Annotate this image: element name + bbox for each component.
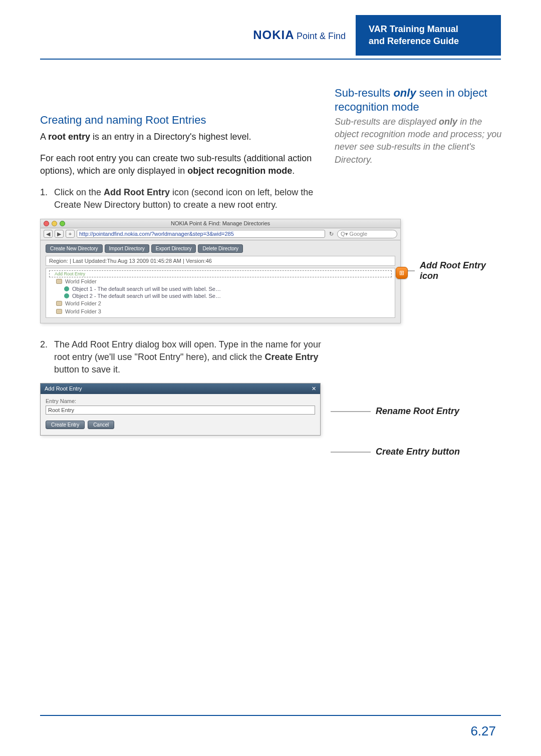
step-1-number: 1.: [40, 186, 54, 211]
screenshot-1: NOKIA Point & Find: Manage Directories ◀…: [40, 219, 401, 323]
footer-divider: [40, 715, 501, 716]
dialog-body: Entry Name: Root Entry Create Entry Canc…: [41, 394, 320, 435]
paragraph-1-c: is an entry in a Directory's highest lev…: [90, 132, 251, 142]
add-root-entry-hover: Add Root Entry: [49, 270, 392, 277]
forward-button[interactable]: ▶: [55, 230, 64, 238]
section-title: Creating and naming Root Entries: [40, 114, 331, 127]
step-2: 2. The Add Root Entry dialog box will op…: [40, 338, 331, 376]
product-name: Point & Find: [297, 31, 346, 41]
step-2-number: 2.: [40, 338, 54, 376]
screenshot-2-row: Add Root Entry ✕ Entry Name: Root Entry …: [40, 383, 501, 487]
create-entry-button[interactable]: Create Entry: [46, 421, 85, 429]
step-1-text: Click on the Add Root Entry icon (second…: [54, 186, 331, 211]
dialog-titlebar: Add Root Entry ✕: [41, 384, 320, 394]
side-note-title-pre: Sub-results: [335, 87, 393, 99]
paragraph-2-c: .: [292, 166, 295, 176]
side-note-body-bold: only: [439, 117, 457, 127]
import-directory-button[interactable]: Import Directory: [105, 244, 149, 253]
callout-create-entry-button: Create Entry button: [371, 447, 460, 457]
paragraph-1-bold: root entry: [48, 132, 90, 142]
folder-icon: [56, 279, 62, 284]
tree-item-label: Object 2 - The default search url will b…: [72, 293, 221, 299]
callout-rename-root-entry: Rename Root Entry: [371, 406, 459, 417]
paragraph-2: For each root entry you can create two s…: [40, 152, 331, 177]
tree-item-label: World Folder: [65, 278, 97, 284]
close-icon[interactable]: ✕: [312, 386, 316, 392]
screenshot-1-row: NOKIA Point & Find: Manage Directories ◀…: [40, 219, 501, 323]
paragraph-1: A root entry is an entry in a Directory'…: [40, 131, 331, 143]
tree-item-object-1[interactable]: Object 1 - The default search url will b…: [46, 285, 395, 292]
add-button[interactable]: +: [66, 230, 75, 238]
side-note: Sub-results only seen in object recognit…: [335, 86, 502, 166]
side-note-title-em: only: [393, 87, 416, 99]
paragraph-2-bold: object recognition mode: [187, 166, 292, 176]
tree-item-label: World Folder 2: [65, 300, 101, 306]
step-2-text: The Add Root Entry dialog box will open.…: [54, 338, 331, 376]
folder-icon: [56, 301, 62, 306]
side-note-body-a: Sub-results are displayed: [335, 117, 439, 127]
step-2-bold: Create Entry: [264, 352, 318, 362]
callout-line: [331, 452, 371, 453]
reload-icon[interactable]: ↻: [327, 231, 335, 237]
tree-item-world-folder-3[interactable]: World Folder 3: [46, 307, 395, 315]
page-number: 6.27: [470, 723, 496, 739]
step-1-a: Click on the: [54, 187, 104, 197]
window-titlebar: NOKIA Point & Find: Manage Directories: [41, 219, 400, 228]
document-title-line1: VAR Training Manual: [369, 23, 488, 35]
globe-icon: [64, 293, 69, 298]
window-title: NOKIA Point & Find: Manage Directories: [41, 220, 400, 226]
directory-action-buttons: Create New Directory Import Directory Ex…: [46, 244, 395, 253]
side-note-title: Sub-results only seen in object recognit…: [335, 86, 502, 114]
back-button[interactable]: ◀: [44, 230, 53, 238]
delete-directory-button[interactable]: Delete Directory: [198, 244, 243, 253]
directory-tree: Add Root Entry World Folder Object 1 - T…: [46, 268, 395, 318]
content-area: Create New Directory Import Directory Ex…: [41, 240, 400, 323]
entry-name-input[interactable]: Root Entry: [46, 406, 315, 415]
screenshot-2-callouts: Rename Root Entry Create Entry button: [331, 383, 460, 487]
callout-add-root-entry-icon: Add Root Entry icon: [415, 260, 501, 281]
browser-toolbar: ◀ ▶ + http://pointandfind.nokia.com/?wor…: [41, 228, 400, 240]
main-content-2: 2. The Add Root Entry dialog box will op…: [40, 338, 331, 376]
document-title-box: VAR Training Manual and Reference Guide: [356, 15, 501, 56]
brand-logo: NOKIA Point & Find: [40, 15, 356, 56]
step-1: 1. Click on the Add Root Entry icon (sec…: [40, 186, 331, 211]
export-directory-button[interactable]: Export Directory: [151, 244, 196, 253]
callout-line: [331, 411, 371, 412]
tree-item-label: Object 1 - The default search url will b…: [72, 286, 221, 292]
add-root-entry-icon[interactable]: ⊞: [396, 267, 408, 279]
side-note-body: Sub-results are displayed only in the ob…: [335, 116, 502, 166]
tree-item-object-2[interactable]: Object 2 - The default search url will b…: [46, 292, 395, 299]
tree-item-world-folder-2[interactable]: World Folder 2: [46, 299, 395, 307]
step-1-bold: Add Root Entry: [104, 187, 170, 197]
main-content: Creating and naming Root Entries A root …: [40, 114, 331, 212]
url-field[interactable]: http://pointandfind.nokia.com/?worldmana…: [77, 230, 325, 238]
create-new-directory-button[interactable]: Create New Directory: [46, 244, 103, 253]
entry-name-label: Entry Name:: [46, 398, 315, 404]
document-title-line2: and Reference Guide: [369, 35, 488, 47]
tree-item-label: World Folder 3: [65, 308, 101, 314]
region-info: Region: | Last Updated:Thu Aug 13 2009 0…: [46, 256, 395, 266]
dialog-title: Add Root Entry: [45, 386, 82, 392]
step-2-c: button to save it.: [54, 364, 120, 374]
search-field[interactable]: Q▾ Google: [337, 230, 397, 238]
tree-item-world-folder[interactable]: World Folder: [46, 277, 395, 285]
folder-icon: [56, 309, 62, 314]
cancel-button[interactable]: Cancel: [88, 421, 114, 429]
globe-icon: [64, 286, 69, 291]
screenshot-1-wrap: NOKIA Point & Find: Manage Directories ◀…: [40, 219, 401, 323]
nokia-wordmark: NOKIA: [253, 28, 294, 42]
screenshot-2: Add Root Entry ✕ Entry Name: Root Entry …: [40, 383, 321, 436]
page-header: NOKIA Point & Find VAR Training Manual a…: [40, 15, 501, 56]
paragraph-1-a: A: [40, 132, 48, 142]
header-divider: [40, 59, 501, 60]
